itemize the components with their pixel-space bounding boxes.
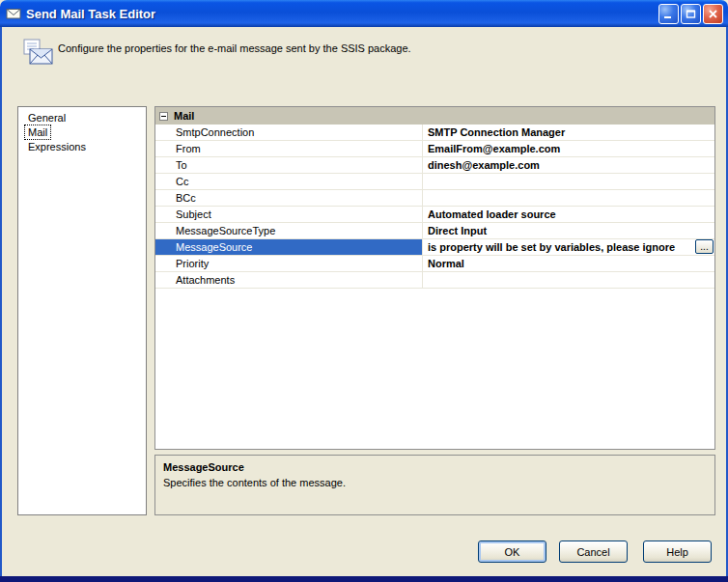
- property-name[interactable]: MessageSource: [155, 239, 423, 255]
- property-value-text: Direct Input: [428, 225, 487, 236]
- property-grid: Mail SmtpConnectionSMTP Connection Manag…: [154, 106, 715, 450]
- maximize-button[interactable]: [681, 4, 701, 24]
- property-value-text: EmailFrom@example.com: [428, 143, 560, 154]
- send-mail-envelope-icon: [21, 39, 54, 66]
- property-grid-rows: SmtpConnectionSMTP Connection ManagerFro…: [155, 125, 714, 289]
- minimize-button[interactable]: [658, 4, 679, 24]
- cancel-button[interactable]: Cancel: [559, 540, 628, 563]
- property-value-text: Automated loader source: [428, 208, 556, 220]
- property-value[interactable]: [423, 190, 714, 206]
- category-row-mail[interactable]: Mail: [155, 107, 714, 125]
- property-value[interactable]: Normal: [423, 256, 714, 271]
- property-name[interactable]: Attachments: [155, 272, 423, 288]
- property-value[interactable]: [423, 272, 714, 288]
- property-description-text: Specifies the contents of the message.: [163, 477, 707, 488]
- property-row-messagesourcetype: MessageSourceTypeDirect Input: [155, 223, 714, 239]
- dialog-description: Configure the properties for the e-mail …: [58, 42, 411, 54]
- property-name[interactable]: Subject: [155, 207, 423, 222]
- property-name[interactable]: Priority: [155, 256, 423, 271]
- property-value[interactable]: Direct Input: [423, 223, 714, 238]
- sidebar-item-expressions[interactable]: Expressions: [25, 140, 89, 153]
- property-value-text: is property will be set by variables, pl…: [428, 241, 675, 253]
- property-row-to: Todinesh@example.com: [155, 157, 714, 174]
- property-value[interactable]: SMTP Connection Manager: [423, 125, 714, 140]
- ok-button[interactable]: OK: [478, 540, 546, 563]
- property-value-text: Normal: [428, 258, 464, 269]
- close-icon: [708, 9, 718, 19]
- window-title: Send Mail Task Editor: [26, 7, 657, 21]
- property-description-title: MessageSource: [163, 461, 707, 473]
- property-value[interactable]: is property will be set by variables, pl…: [423, 239, 714, 255]
- property-value[interactable]: EmailFrom@example.com: [423, 141, 714, 156]
- property-row-attachments: Attachments: [155, 272, 714, 289]
- property-name[interactable]: MessageSourceType: [155, 223, 423, 238]
- property-name[interactable]: Cc: [155, 174, 423, 189]
- sidebar-item-mail[interactable]: Mail: [25, 125, 50, 139]
- window-border-bottom: [0, 576, 728, 582]
- category-label: Mail: [174, 110, 194, 122]
- send-mail-task-editor-window: Send Mail Task Editor Configure the prop…: [0, 0, 728, 582]
- close-button[interactable]: [703, 4, 723, 24]
- property-description-pane: MessageSource Specifies the contents of …: [154, 455, 715, 515]
- property-row-smtpconnection: SmtpConnectionSMTP Connection Manager: [155, 125, 714, 141]
- sidebar-list: GeneralMailExpressions: [17, 106, 147, 515]
- property-row-bcc: BCc: [155, 190, 714, 207]
- envelope-icon: [6, 6, 21, 21]
- property-name[interactable]: To: [155, 157, 423, 173]
- property-row-from: FromEmailFrom@example.com: [155, 141, 714, 157]
- property-name[interactable]: SmtpConnection: [155, 125, 423, 140]
- property-row-subject: SubjectAutomated loader source: [155, 207, 714, 223]
- property-value[interactable]: dinesh@example.com: [423, 157, 714, 173]
- property-value-text: dinesh@example.com: [428, 159, 540, 171]
- ellipsis-button[interactable]: ...: [695, 239, 714, 254]
- help-button[interactable]: Help: [643, 540, 712, 563]
- property-row-cc: Cc: [155, 174, 714, 190]
- titlebar[interactable]: Send Mail Task Editor: [0, 0, 728, 27]
- property-value-text: SMTP Connection Manager: [428, 126, 565, 138]
- maximize-icon: [686, 9, 696, 19]
- collapse-minus-icon[interactable]: [159, 112, 168, 121]
- property-name[interactable]: From: [155, 141, 423, 156]
- property-value[interactable]: Automated loader source: [423, 207, 714, 222]
- sidebar-item-general[interactable]: General: [25, 111, 69, 125]
- property-value[interactable]: [423, 174, 714, 189]
- property-name[interactable]: BCc: [155, 190, 423, 206]
- window-border-left: [0, 27, 2, 582]
- minimize-icon: [663, 9, 674, 19]
- property-row-priority: PriorityNormal: [155, 256, 714, 272]
- property-row-messagesource: MessageSourceis property will be set by …: [155, 239, 714, 256]
